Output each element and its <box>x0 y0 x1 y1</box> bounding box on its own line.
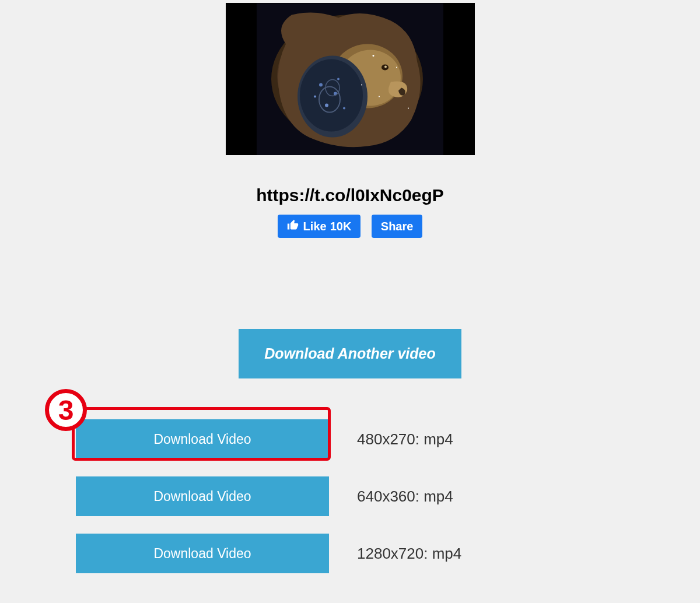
download-video-button-640[interactable]: Download Video <box>76 476 329 516</box>
svg-point-18 <box>361 84 362 85</box>
share-label: Share <box>381 220 414 233</box>
download-option-row: Download Video 640x360: mp4 <box>76 476 700 516</box>
download-format-label: 1280x720: mp4 <box>357 545 461 563</box>
svg-point-13 <box>314 95 316 97</box>
svg-point-21 <box>396 66 397 68</box>
download-format-label: 480x270: mp4 <box>357 430 453 448</box>
fb-share-button[interactable]: Share <box>372 215 423 238</box>
download-another-button[interactable]: Download Another video <box>239 329 461 378</box>
svg-point-12 <box>343 107 345 109</box>
fb-like-button[interactable]: Like 10K <box>278 215 361 238</box>
download-video-button-1280[interactable]: Download Video <box>76 534 329 573</box>
like-count: 10K <box>330 220 352 233</box>
svg-point-19 <box>379 96 380 97</box>
video-thumbnail <box>226 3 475 155</box>
download-format-label: 640x360: mp4 <box>357 488 453 506</box>
svg-point-20 <box>408 107 409 108</box>
svg-point-11 <box>325 103 328 107</box>
thumbs-up-icon <box>287 219 299 234</box>
svg-point-17 <box>373 55 374 57</box>
step-number-badge: 3 <box>45 389 87 431</box>
download-video-button-480[interactable]: Download Video <box>76 419 329 459</box>
like-label: Like <box>303 220 327 233</box>
download-option-row: Download Video 1280x720: mp4 <box>76 534 700 573</box>
svg-point-6 <box>384 65 387 68</box>
download-option-row: Download Video 480x270: mp4 <box>76 419 700 459</box>
svg-point-8 <box>300 59 363 131</box>
svg-point-14 <box>337 78 340 80</box>
video-url: https://t.co/l0IxNc0egP <box>0 185 700 205</box>
svg-point-9 <box>319 83 323 86</box>
